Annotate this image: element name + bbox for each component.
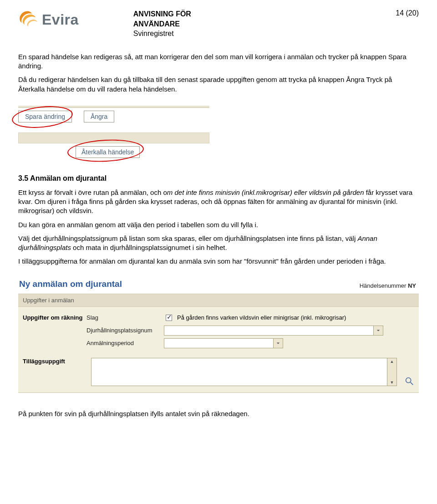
logo: Evira	[18, 9, 79, 30]
event-number: Händelsenummer NY	[360, 282, 416, 289]
period-select[interactable]	[164, 338, 283, 348]
recall-event-button[interactable]: Återkalla händelse	[76, 146, 140, 158]
holding-place-select[interactable]	[164, 326, 383, 336]
field-label: Anmälningsperiod	[86, 340, 164, 346]
chevron-up-icon: ▲	[387, 359, 396, 364]
paragraph: Ett kryss är förvalt i övre rutan på anm…	[18, 188, 419, 216]
field-label: Djurhållningsplatssignum	[86, 327, 164, 334]
additional-info-label: Tilläggsuppgift	[23, 358, 86, 365]
chevron-down-icon	[273, 338, 283, 348]
search-icon[interactable]	[404, 376, 414, 386]
paragraph: En sparad händelse kan redigeras så, att…	[18, 52, 419, 71]
svg-line-1	[411, 382, 413, 385]
page-number: 14 (20)	[396, 9, 419, 17]
form-title: Ny anmälan om djurantal	[19, 279, 122, 289]
paragraph: Välj det djurhållningsplatssignum på lis…	[18, 234, 419, 253]
group-label: Uppgifter om räkning	[23, 314, 86, 321]
section-heading: 3.5 Anmälan om djurantal	[18, 174, 419, 183]
toolbar-divider	[18, 106, 209, 108]
form-section-bar: Uppgifter i anmälan	[18, 294, 419, 307]
undo-button[interactable]: Ångra	[84, 111, 114, 122]
screenshot-recall: Återkalla händelse	[18, 132, 209, 158]
page-header: Evira ANVISNING FÖR ANVÄNDARE Svinregist…	[18, 9, 419, 39]
textarea-scrollbar[interactable]: ▲ ▼	[387, 358, 397, 386]
svg-point-0	[406, 377, 411, 382]
form-body: Uppgifter om räkning Slag På gården finn…	[18, 307, 419, 393]
field-label: Slag	[86, 314, 164, 321]
no-wildboar-checkbox[interactable]	[166, 315, 172, 321]
checkbox-label: På gården finns varken vildsvin eller mi…	[177, 314, 346, 321]
toolbar-bg	[18, 132, 209, 143]
chevron-down-icon	[373, 326, 383, 336]
additional-info-textarea[interactable]: ▲ ▼	[91, 358, 397, 386]
logo-text: Evira	[42, 11, 79, 28]
screenshot-save-undo: Spara ändring Ångra	[18, 106, 209, 122]
doc-heading: ANVISNING FÖR ANVÄNDARE Svinregistret	[133, 9, 191, 39]
logo-icon	[18, 9, 39, 30]
paragraph: På punkten för svin på djurhållningsplat…	[18, 409, 419, 418]
animal-count-form: Ny anmälan om djurantal Händelsenummer N…	[18, 275, 419, 393]
paragraph: Då du redigerar händelsen kan du gå till…	[18, 75, 419, 94]
chevron-down-icon: ▼	[387, 380, 396, 385]
save-change-button[interactable]: Spara ändring	[18, 111, 72, 122]
paragraph: Du kan göra en anmälan genom att välja d…	[18, 220, 419, 229]
paragraph: I tilläggsuppgifterna för anmälan om dju…	[18, 257, 419, 266]
